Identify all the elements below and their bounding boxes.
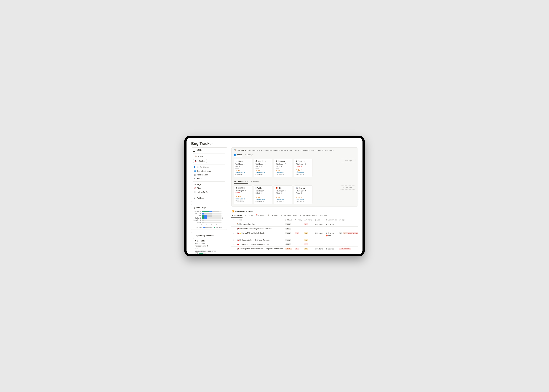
view-tab[interactable]: ✎To Plan	[245, 213, 253, 218]
dash: ——	[296, 167, 311, 169]
overview-card[interactable]: 🖥Desktop Total Bugs = 10 Failed: 1 —— To…	[234, 185, 252, 204]
home-button[interactable]: 🏠 HOME	[193, 155, 204, 158]
nav-tags[interactable]: 🏷Tags	[193, 182, 225, 186]
total-bugs-header: ◷ Total Bugs	[193, 206, 225, 210]
card-name: Users	[239, 160, 243, 162]
col-area[interactable]: ▥Area	[313, 218, 324, 222]
nav-label: My Dashboard	[197, 166, 209, 168]
row-number: 45	[231, 222, 236, 226]
col-priority[interactable]: ⚑Priority	[294, 218, 303, 222]
row-icon: 🐞⭐	[237, 232, 241, 234]
overview-card[interactable]: 👥Users Total Bugs = 1 Failed: 0 —— To Do…	[234, 159, 252, 177]
chart-bar	[202, 217, 221, 219]
priority-icon: ⚑	[295, 219, 296, 221]
card-complete: Complete: 0	[296, 173, 311, 175]
nav-releases[interactable]: ⬆Releases	[193, 177, 225, 181]
view-tab[interactable]: ≡Overview By Priority	[300, 213, 317, 218]
status-icon: ◌	[285, 219, 287, 221]
chart-bar	[202, 211, 221, 212]
nav-stats[interactable]: 📈Stats	[193, 186, 225, 190]
release-title[interactable]: ⬆ 2.1 Hotifx	[195, 239, 224, 242]
content-row: MENU 🏠 HOME 🐞 NEW Bug 👤M	[187, 147, 362, 254]
chart-bar	[202, 219, 221, 221]
card-failed: Failed: 1	[235, 192, 251, 194]
chart-category: API	[193, 215, 201, 217]
col-severity[interactable]: ⚠Severity	[303, 218, 313, 222]
new-page-button[interactable]: ＋ New page	[340, 185, 355, 189]
chart-total: 1	[222, 219, 225, 221]
gear-icon: ⚙	[251, 181, 252, 182]
tick: 6	[217, 224, 217, 225]
upcoming-panel: ↻ Upcoming Releases ⬆ 2.1 Hotifx "Login …	[191, 232, 227, 254]
tab-areas[interactable]: 👥Areas	[234, 153, 242, 157]
area-icon: ▥	[315, 219, 316, 221]
env-icon: 🖥	[326, 219, 327, 221]
overview-card[interactable]: ▯Tablet Total Bugs = 2 Failed: 0 —— To D…	[254, 185, 272, 204]
table-header-row: # ✦Title ◌Status ⚑Priority ⚠Severity ▥Ar…	[231, 218, 358, 222]
table-row[interactable]: 21 🐞 Notification Delay in Real-Time Mes…	[231, 238, 358, 242]
workflow-title: WORKFLOW & VIEWS	[235, 210, 253, 212]
dash: ——	[296, 194, 311, 196]
nav-help[interactable]: ⓘHelp & FAQs	[193, 190, 225, 194]
view-tab[interactable]: ？To Review	[231, 213, 242, 218]
tab-settings-env[interactable]: ⚙Settings	[251, 180, 260, 184]
card-icon: ⇧	[276, 160, 277, 162]
card-failed: Failed: 0	[276, 165, 291, 167]
tab-environments[interactable]: 🖥Environments	[234, 180, 248, 184]
severity-badge: S2	[304, 232, 308, 234]
divider	[193, 154, 225, 154]
table-row[interactable]: 45 🏠 Home page is broken NewS1⇧ Frontend…	[231, 222, 358, 226]
overview-card[interactable]: 🤖Android Total Bugs = 0 Failed: 0 —— To …	[294, 185, 312, 204]
table-row[interactable]: 22 🐞⭐ Broken FAQ Link in Help Section Ne…	[231, 231, 358, 238]
env-cards: 🖥Desktop Total Bugs = 10 Failed: 1 —— To…	[234, 185, 355, 204]
table-row[interactable]: 23 🐞 Incorrect Error Handling in Form Su…	[231, 226, 358, 231]
release-icon: ⬆	[194, 177, 196, 180]
chart-category: Frontend	[193, 210, 201, 212]
tick: 0	[201, 224, 202, 225]
col-status[interactable]: ◌Status	[284, 218, 294, 222]
row-title-cell: 🐞 Notification Delay in Real-Time Messag…	[236, 238, 284, 242]
card-todo: To Do: 1	[255, 169, 271, 171]
status-pill: New	[285, 232, 291, 234]
status-pill: Failed	[285, 248, 292, 250]
overview-card[interactable]: ⇊Backend Total Bugs = 2 Failed: 1 —— To …	[294, 159, 312, 177]
view-tab[interactable]: 🏃In Progress	[267, 213, 279, 218]
col-title[interactable]: ✦Title	[236, 218, 284, 222]
overview-card[interactable]: ⇧Frontend Total Bugs = 7 Failed: 0 —— To…	[274, 159, 292, 177]
nav-settings[interactable]: ⚙Settings	[193, 196, 225, 200]
row-title-cell: 🏠 Home page is broken	[236, 222, 284, 226]
card-icon: 🍎	[276, 187, 278, 189]
table-row[interactable]: 20 🐞 "Load More" Button Click Not Respon…	[231, 242, 358, 246]
view-tab[interactable]: 📅Planned	[255, 213, 265, 218]
overview-card[interactable]: 🍎iOS Total Bugs = 4 Failed: 0 —— To Do: …	[274, 185, 292, 204]
view-tab[interactable]: ≡Overview By Status	[281, 213, 298, 218]
overview-hint: (Click on cards to see associated bugs |…	[247, 149, 335, 151]
nav-my-dashboard[interactable]: 👤My Dashboard	[193, 165, 225, 169]
areas-icon: 👥	[234, 154, 236, 156]
card-complete: Complete: 0	[296, 200, 311, 203]
area-cell: ⇧ Frontend	[315, 223, 323, 225]
row-number: 22	[231, 231, 236, 238]
hamburger-icon	[193, 150, 195, 150]
tab-label: Areas	[237, 154, 242, 156]
new-page-button[interactable]: ＋ New page	[340, 159, 355, 163]
tab-settings-areas[interactable]: ⚙Settings	[244, 153, 254, 157]
nav-kanban[interactable]: ▥Kanban View	[193, 173, 225, 177]
card-failed: Failed: 0	[235, 165, 251, 167]
row-icon: 🏠	[237, 223, 239, 225]
card-total: Total Bugs = 1	[255, 163, 271, 165]
table-row[interactable]: 12 🐞 API Response Time Slows Down During…	[231, 246, 358, 250]
view-tab[interactable]: ≡All Bugs	[319, 213, 328, 218]
col-env[interactable]: 🖥Environment	[324, 218, 338, 222]
overview-card[interactable]: ⇄Data Feed Total Bugs = 1 Failed: 0 —— T…	[254, 159, 272, 177]
nav-team-dashboard[interactable]: 👥Team Dashboard	[193, 169, 225, 173]
chart-category: No Area	[193, 213, 201, 215]
env-cell: 🖥 Desktop	[326, 248, 337, 250]
col-tags[interactable]: 🏷Tags	[338, 218, 358, 222]
new-bug-button[interactable]: 🐞 NEW Bug	[193, 159, 207, 163]
card-name: Data Feed	[258, 160, 266, 162]
col-num[interactable]: #	[231, 218, 236, 222]
card-failed: Failed: 1	[296, 165, 311, 167]
help-link[interactable]: Help	[324, 149, 328, 151]
shuffle-icon: 🔀	[232, 210, 234, 212]
